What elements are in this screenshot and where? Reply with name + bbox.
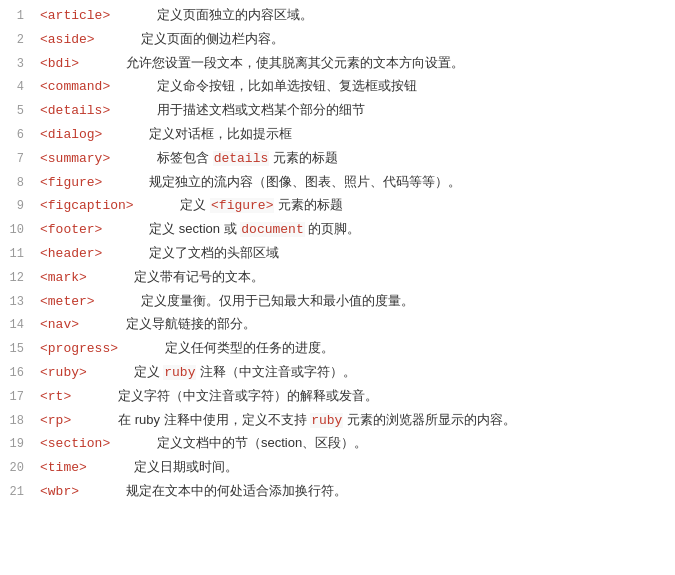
html-tag: <meter> <box>40 294 95 309</box>
table-row: 17<rt> 定义字符（中文注音或字符）的解释或发音。 <box>0 385 675 409</box>
table-row: 5<details> 用于描述文档或文档某个部分的细节 <box>0 99 675 123</box>
code-content: <rp> 在 ruby 注释中使用，定义不支持 ruby 元素的浏览器所显示的内… <box>36 410 675 432</box>
line-number: 14 <box>0 316 36 335</box>
line-number: 13 <box>0 293 36 312</box>
html-tag: <mark> <box>40 270 87 285</box>
html-tag: <nav> <box>40 317 79 332</box>
html-tag: <command> <box>40 79 110 94</box>
description-text: 在 ruby 注释中使用，定义不支持 <box>118 412 310 427</box>
html-tag: <rt> <box>40 389 71 404</box>
html-tag: <section> <box>40 436 110 451</box>
code-content: <figcaption> 定义 <figure> 元素的标题 <box>36 195 675 217</box>
line-number: 10 <box>0 221 36 240</box>
description: 定义了文档的头部区域 <box>149 245 279 260</box>
code-content: <command> 定义命令按钮，比如单选按钮、复选框或按钮 <box>36 76 675 98</box>
description: 规定在文本中的何处适合添加换行符。 <box>126 483 347 498</box>
description: 定义导航链接的部分。 <box>126 316 256 331</box>
inline-tag: ruby <box>163 365 196 380</box>
table-row: 19<section> 定义文档中的节（section、区段）。 <box>0 432 675 456</box>
description-text: 元素的标题 <box>274 197 343 212</box>
line-number: 18 <box>0 412 36 431</box>
table-row: 12<mark> 定义带有记号的文本。 <box>0 266 675 290</box>
code-content: <details> 用于描述文档或文档某个部分的细节 <box>36 100 675 122</box>
code-content: <dialog> 定义对话框，比如提示框 <box>36 124 675 146</box>
code-content: <bdi> 允许您设置一段文本，使其脱离其父元素的文本方向设置。 <box>36 53 675 75</box>
code-content: <mark> 定义带有记号的文本。 <box>36 267 675 289</box>
html-tag: <article> <box>40 8 110 23</box>
inline-tag: details <box>213 151 270 166</box>
table-row: 8<figure> 规定独立的流内容（图像、图表、照片、代码等等）。 <box>0 171 675 195</box>
line-number: 20 <box>0 459 36 478</box>
description-text: 元素的标题 <box>269 150 338 165</box>
line-number: 7 <box>0 150 36 169</box>
table-row: 2<aside> 定义页面的侧边栏内容。 <box>0 28 675 52</box>
code-content: <summary> 标签包含 details 元素的标题 <box>36 148 675 170</box>
line-number: 8 <box>0 174 36 193</box>
line-number: 19 <box>0 435 36 454</box>
description-text: 或 <box>220 221 240 236</box>
table-row: 7<summary> 标签包含 details 元素的标题 <box>0 147 675 171</box>
table-row: 9<figcaption> 定义 <figure> 元素的标题 <box>0 194 675 218</box>
table-row: 18<rp> 在 ruby 注释中使用，定义不支持 ruby 元素的浏览器所显示… <box>0 409 675 433</box>
html-tag: <details> <box>40 103 110 118</box>
table-row: 21<wbr> 规定在文本中的何处适合添加换行符。 <box>0 480 675 504</box>
html-tag: <rp> <box>40 413 71 428</box>
table-row: 15<progress> 定义任何类型的任务的进度。 <box>0 337 675 361</box>
code-content: <aside> 定义页面的侧边栏内容。 <box>36 29 675 51</box>
description: 定义页面的侧边栏内容。 <box>141 31 284 46</box>
inline-tag: document <box>240 222 304 237</box>
html-tag: <figcaption> <box>40 198 134 213</box>
line-number: 4 <box>0 78 36 97</box>
code-content: <section> 定义文档中的节（section、区段）。 <box>36 433 675 455</box>
description: 定义对话框，比如提示框 <box>149 126 292 141</box>
description: 允许您设置一段文本，使其脱离其父元素的文本方向设置。 <box>126 55 464 70</box>
description: 定义命令按钮，比如单选按钮、复选框或按钮 <box>157 78 417 93</box>
table-row: 1<article> 定义页面独立的内容区域。 <box>0 4 675 28</box>
code-content: <rt> 定义字符（中文注音或字符）的解释或发音。 <box>36 386 675 408</box>
html-tag: <footer> <box>40 222 102 237</box>
description-text: 定义 <box>180 197 210 212</box>
description-text: 注释（中文注音或字符）。 <box>196 364 356 379</box>
html-tag: <bdi> <box>40 56 79 71</box>
description: 用于描述文档或文档某个部分的细节 <box>157 102 365 117</box>
html-tag: <time> <box>40 460 87 475</box>
html-tag: <ruby> <box>40 365 87 380</box>
line-number: 6 <box>0 126 36 145</box>
code-content: <header> 定义了文档的头部区域 <box>36 243 675 265</box>
html-tag: <wbr> <box>40 484 79 499</box>
html-tag: <aside> <box>40 32 95 47</box>
line-number: 9 <box>0 197 36 216</box>
table-row: 14<nav> 定义导航链接的部分。 <box>0 313 675 337</box>
description: 定义度量衡。仅用于已知最大和最小值的度量。 <box>141 293 414 308</box>
description-text: 标签包含 <box>157 150 213 165</box>
line-number: 16 <box>0 364 36 383</box>
description: 定义文档中的节（section、区段）。 <box>157 435 367 450</box>
inline-tag: ruby <box>310 413 343 428</box>
description: 规定独立的流内容（图像、图表、照片、代码等等）。 <box>149 174 461 189</box>
description-text: 定义 <box>134 364 164 379</box>
code-content: <footer> 定义 section 或 document 的页脚。 <box>36 219 675 241</box>
description: 定义任何类型的任务的进度。 <box>165 340 334 355</box>
table-row: 6<dialog> 定义对话框，比如提示框 <box>0 123 675 147</box>
table-row: 13<meter> 定义度量衡。仅用于已知最大和最小值的度量。 <box>0 290 675 314</box>
description: 定义字符（中文注音或字符）的解释或发音。 <box>118 388 378 403</box>
table-row: 20<time> 定义日期或时间。 <box>0 456 675 480</box>
line-number: 12 <box>0 269 36 288</box>
description-text: 定义 <box>149 221 179 236</box>
line-number: 11 <box>0 245 36 264</box>
html-tag: <header> <box>40 246 102 261</box>
html-tag: <figure> <box>40 175 102 190</box>
code-content: <progress> 定义任何类型的任务的进度。 <box>36 338 675 360</box>
line-number: 1 <box>0 7 36 26</box>
description: 定义带有记号的文本。 <box>134 269 264 284</box>
line-number: 5 <box>0 102 36 121</box>
code-content: <ruby> 定义 ruby 注释（中文注音或字符）。 <box>36 362 675 384</box>
line-number: 21 <box>0 483 36 502</box>
line-number: 3 <box>0 55 36 74</box>
description-text: section <box>179 221 220 236</box>
table-row: 16<ruby> 定义 ruby 注释（中文注音或字符）。 <box>0 361 675 385</box>
table-row: 11<header> 定义了文档的头部区域 <box>0 242 675 266</box>
line-number: 15 <box>0 340 36 359</box>
code-content: <meter> 定义度量衡。仅用于已知最大和最小值的度量。 <box>36 291 675 313</box>
code-content: <figure> 规定独立的流内容（图像、图表、照片、代码等等）。 <box>36 172 675 194</box>
